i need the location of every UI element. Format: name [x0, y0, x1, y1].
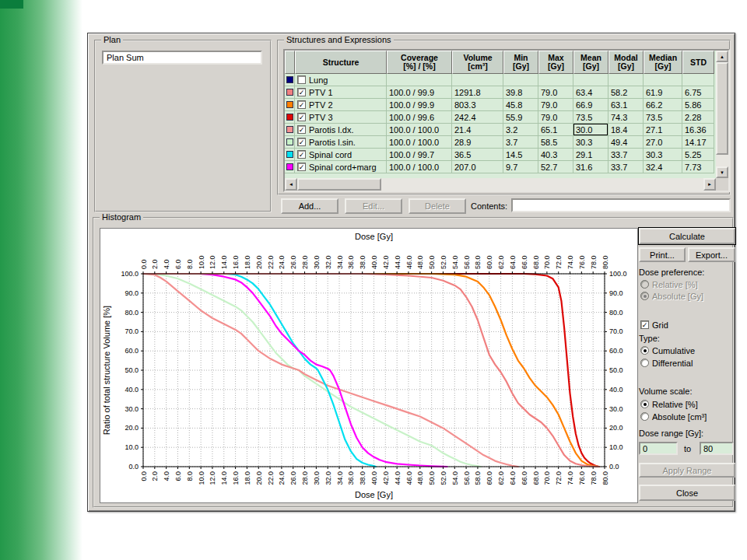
column-header[interactable]: Median[Gy] [644, 51, 682, 74]
table-cell[interactable]: 32.4 [644, 161, 682, 173]
print-button[interactable]: Print... [639, 247, 686, 262]
table-cell[interactable]: 100.0 / 99.7 [387, 149, 452, 161]
table-cell[interactable]: 52.7 [538, 161, 573, 173]
structure-name-cell[interactable]: Spinal cord+marg [295, 161, 387, 173]
radio-type-differential[interactable]: Differential [640, 358, 693, 368]
table-cell[interactable]: 74.3 [608, 111, 644, 124]
table-cell[interactable]: 100.0 / 99.6 [387, 111, 452, 124]
structure-visibility-checkbox[interactable] [297, 150, 306, 159]
table-cell[interactable]: 1291.8 [452, 86, 503, 99]
vertical-scrollbar-thumb[interactable] [716, 62, 728, 155]
table-cell[interactable]: 7.73 [682, 161, 714, 173]
table-cell[interactable]: 33.7 [608, 161, 644, 173]
table-cell[interactable]: 100.0 / 99.9 [387, 86, 452, 99]
column-header[interactable]: Max[Gy] [538, 51, 573, 74]
structure-visibility-checkbox[interactable] [297, 88, 306, 96]
table-row[interactable]: Parotis l.sin.100.0 / 100.028.93.758.530… [285, 136, 728, 149]
table-cell[interactable]: 61.9 [644, 86, 682, 99]
table-cell[interactable]: 100.0 / 100.0 [387, 161, 452, 173]
table-vertical-scrollbar[interactable]: ▲ ▼ [716, 51, 728, 178]
structure-name-cell[interactable]: Parotis l.dx. [295, 124, 387, 136]
structure-name-cell[interactable]: PTV 1 [295, 86, 387, 99]
table-cell[interactable]: 30.0 [573, 124, 608, 136]
table-cell[interactable]: 66.9 [573, 99, 608, 111]
structure-visibility-checkbox[interactable] [297, 75, 306, 84]
scroll-left-button[interactable]: ◄ [285, 178, 297, 191]
horizontal-scrollbar-thumb[interactable] [297, 178, 381, 191]
structure-name-cell[interactable]: Spinal cord [295, 149, 387, 161]
structure-name-cell[interactable]: PTV 2 [295, 99, 387, 111]
table-cell[interactable]: 100.0 / 100.0 [387, 124, 452, 136]
table-row[interactable]: PTV 2100.0 / 99.9803.345.879.066.963.166… [285, 99, 728, 111]
table-cell[interactable]: 18.4 [608, 124, 644, 136]
table-cell[interactable] [644, 74, 682, 86]
structure-name-cell[interactable]: Parotis l.sin. [295, 136, 387, 149]
column-header[interactable]: Volume[cm³] [452, 51, 503, 74]
table-cell[interactable]: 16.36 [682, 124, 714, 136]
table-cell[interactable]: 9.7 [503, 161, 538, 173]
table-cell[interactable]: 242.4 [452, 111, 503, 124]
radio-icon[interactable] [640, 346, 649, 355]
table-cell[interactable]: 79.0 [538, 99, 573, 111]
table-cell[interactable]: 5.86 [682, 99, 714, 111]
grid-checkbox-row[interactable]: Grid [640, 320, 668, 330]
grid-checkbox[interactable] [640, 320, 649, 329]
structure-visibility-checkbox[interactable] [297, 100, 306, 109]
table-cell[interactable]: 55.9 [503, 111, 538, 124]
table-row[interactable]: Spinal cord+marg100.0 / 100.0207.09.752.… [285, 161, 728, 173]
contents-field[interactable] [511, 198, 731, 212]
radio-icon[interactable] [640, 359, 649, 367]
table-cell[interactable]: 100.0 / 99.9 [387, 99, 452, 111]
table-row[interactable]: Spinal cord100.0 / 99.736.514.540.329.13… [285, 149, 728, 161]
table-row[interactable]: PTV 1100.0 / 99.91291.839.879.063.458.26… [285, 86, 728, 99]
table-cell[interactable]: 6.75 [682, 86, 714, 99]
table-cell[interactable]: 30.3 [644, 149, 682, 161]
structure-visibility-checkbox[interactable] [297, 125, 306, 134]
table-cell[interactable]: 63.4 [573, 86, 608, 99]
plan-name-field[interactable]: Plan Sum [102, 51, 262, 65]
table-cell[interactable]: 100.0 / 100.0 [387, 136, 452, 149]
scroll-down-button[interactable]: ▼ [716, 166, 728, 178]
table-cell[interactable]: 21.4 [452, 124, 503, 136]
table-cell[interactable]: 39.8 [503, 86, 538, 99]
table-cell[interactable]: 3.7 [503, 136, 538, 149]
table-cell[interactable]: 27.0 [644, 136, 682, 149]
column-header[interactable]: Min[Gy] [503, 51, 538, 74]
table-cell[interactable]: 58.2 [608, 86, 644, 99]
radio-icon[interactable] [640, 412, 649, 421]
close-button[interactable]: Close [639, 485, 735, 501]
scroll-up-button[interactable]: ▲ [716, 51, 728, 62]
radio-type-cumulative[interactable]: Cumulative [640, 345, 695, 355]
table-cell[interactable]: 58.5 [538, 136, 573, 149]
dose-range-to-field[interactable]: 80 [700, 442, 734, 455]
dose-range-from-field[interactable]: 0 [639, 442, 678, 455]
export-button[interactable]: Export... [688, 247, 735, 262]
table-cell[interactable]: 73.5 [644, 111, 682, 124]
column-header[interactable]: Structure [295, 51, 387, 74]
table-cell[interactable]: 79.0 [538, 86, 573, 99]
table-cell[interactable] [387, 74, 452, 86]
table-cell[interactable]: 5.25 [682, 149, 714, 161]
radio-volume-relative[interactable]: Relative [%] [640, 399, 698, 409]
table-row[interactable]: Lung [285, 74, 728, 86]
table-cell[interactable]: 29.1 [573, 149, 608, 161]
table-cell[interactable]: 33.7 [608, 149, 644, 161]
table-cell[interactable]: 65.1 [538, 124, 573, 136]
column-header[interactable]: STD [682, 51, 714, 74]
table-cell[interactable]: 14.5 [503, 149, 538, 161]
table-cell[interactable]: 36.5 [452, 149, 503, 161]
table-cell[interactable]: 28.9 [452, 136, 503, 149]
table-cell[interactable]: 14.17 [682, 136, 714, 149]
table-cell[interactable]: 79.0 [538, 111, 573, 124]
structure-visibility-checkbox[interactable] [297, 113, 306, 121]
table-cell[interactable] [538, 74, 573, 86]
column-header[interactable]: Mean[Gy] [573, 51, 608, 74]
table-cell[interactable]: 49.4 [608, 136, 644, 149]
table-row[interactable]: Parotis l.dx.100.0 / 100.021.43.265.130.… [285, 124, 728, 136]
add-button[interactable]: Add... [281, 198, 338, 214]
table-cell[interactable] [452, 74, 503, 86]
calculate-button[interactable]: Calculate [639, 228, 735, 244]
table-horizontal-scrollbar[interactable]: ◄ ► [285, 178, 716, 191]
table-cell[interactable]: 207.0 [452, 161, 503, 173]
table-cell[interactable] [503, 74, 538, 86]
